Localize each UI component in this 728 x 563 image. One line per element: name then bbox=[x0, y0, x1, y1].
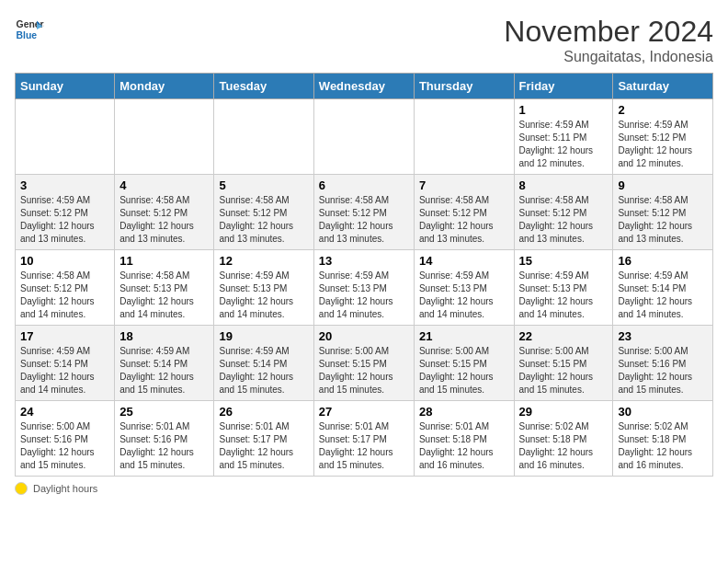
day-info: Sunrise: 5:00 AMSunset: 5:15 PMDaylight:… bbox=[319, 345, 409, 396]
day-number: 6 bbox=[319, 178, 409, 192]
title-block: November 2024 Sungaitatas, Indonesia bbox=[504, 15, 713, 65]
calendar-cell: 5Sunrise: 4:58 AMSunset: 5:12 PMDaylight… bbox=[214, 175, 313, 250]
day-info: Sunrise: 4:59 AMSunset: 5:11 PMDaylight:… bbox=[519, 119, 609, 170]
calendar-cell: 18Sunrise: 4:59 AMSunset: 5:14 PMDayligh… bbox=[115, 326, 214, 401]
day-number: 11 bbox=[119, 254, 209, 268]
day-number: 4 bbox=[119, 178, 209, 192]
day-info: Sunrise: 4:59 AMSunset: 5:14 PMDaylight:… bbox=[119, 345, 209, 396]
day-number: 8 bbox=[519, 178, 609, 192]
day-number: 14 bbox=[419, 254, 509, 268]
day-info: Sunrise: 4:59 AMSunset: 5:13 PMDaylight:… bbox=[419, 270, 509, 321]
calendar-week-row: 17Sunrise: 4:59 AMSunset: 5:14 PMDayligh… bbox=[16, 326, 713, 401]
calendar-cell: 16Sunrise: 4:59 AMSunset: 5:14 PMDayligh… bbox=[613, 250, 713, 326]
day-info: Sunrise: 4:59 AMSunset: 5:12 PMDaylight:… bbox=[20, 194, 109, 246]
calendar-cell bbox=[313, 99, 414, 175]
calendar-cell: 6Sunrise: 4:58 AMSunset: 5:12 PMDaylight… bbox=[313, 175, 414, 250]
calendar-week-row: 1Sunrise: 4:59 AMSunset: 5:11 PMDaylight… bbox=[16, 99, 713, 175]
calendar-cell: 25Sunrise: 5:01 AMSunset: 5:16 PMDayligh… bbox=[115, 401, 214, 477]
day-number: 16 bbox=[618, 254, 708, 268]
day-info: Sunrise: 4:58 AMSunset: 5:13 PMDaylight:… bbox=[119, 270, 209, 321]
calendar-cell: 14Sunrise: 4:59 AMSunset: 5:13 PMDayligh… bbox=[414, 250, 514, 326]
calendar-cell: 21Sunrise: 5:00 AMSunset: 5:15 PMDayligh… bbox=[414, 326, 514, 401]
day-info: Sunrise: 5:02 AMSunset: 5:18 PMDaylight:… bbox=[519, 420, 609, 472]
day-header-thursday: Thursday bbox=[414, 74, 514, 99]
day-number: 18 bbox=[119, 329, 209, 343]
day-number: 3 bbox=[20, 178, 109, 192]
logo: General Blue bbox=[15, 15, 44, 44]
calendar-cell: 29Sunrise: 5:02 AMSunset: 5:18 PMDayligh… bbox=[514, 401, 613, 477]
day-header-monday: Monday bbox=[115, 74, 214, 99]
day-info: Sunrise: 5:00 AMSunset: 5:15 PMDaylight:… bbox=[419, 345, 509, 396]
day-info: Sunrise: 4:59 AMSunset: 5:14 PMDaylight:… bbox=[618, 270, 708, 321]
calendar-cell: 30Sunrise: 5:02 AMSunset: 5:18 PMDayligh… bbox=[613, 401, 713, 477]
daylight-legend: Daylight hours bbox=[15, 482, 97, 495]
calendar-cell: 12Sunrise: 4:59 AMSunset: 5:13 PMDayligh… bbox=[214, 250, 313, 326]
day-info: Sunrise: 5:01 AMSunset: 5:17 PMDaylight:… bbox=[219, 420, 308, 472]
calendar-cell: 9Sunrise: 4:58 AMSunset: 5:12 PMDaylight… bbox=[613, 175, 713, 250]
day-info: Sunrise: 4:58 AMSunset: 5:12 PMDaylight:… bbox=[419, 194, 509, 246]
calendar-cell bbox=[16, 99, 115, 175]
calendar-week-row: 24Sunrise: 5:00 AMSunset: 5:16 PMDayligh… bbox=[16, 401, 713, 477]
day-header-wednesday: Wednesday bbox=[313, 74, 414, 99]
calendar-cell: 8Sunrise: 4:58 AMSunset: 5:12 PMDaylight… bbox=[514, 175, 613, 250]
day-number: 29 bbox=[519, 405, 609, 419]
calendar-cell: 20Sunrise: 5:00 AMSunset: 5:15 PMDayligh… bbox=[313, 326, 414, 401]
day-number: 19 bbox=[219, 329, 308, 343]
day-number: 1 bbox=[519, 103, 609, 117]
calendar-week-row: 10Sunrise: 4:58 AMSunset: 5:12 PMDayligh… bbox=[16, 250, 713, 326]
calendar-cell: 27Sunrise: 5:01 AMSunset: 5:17 PMDayligh… bbox=[313, 401, 414, 477]
day-info: Sunrise: 5:00 AMSunset: 5:16 PMDaylight:… bbox=[618, 345, 708, 396]
day-info: Sunrise: 4:58 AMSunset: 5:12 PMDaylight:… bbox=[20, 270, 109, 321]
day-info: Sunrise: 5:01 AMSunset: 5:18 PMDaylight:… bbox=[419, 420, 509, 472]
day-number: 20 bbox=[319, 329, 409, 343]
day-number: 7 bbox=[419, 178, 509, 192]
calendar-cell: 2Sunrise: 4:59 AMSunset: 5:12 PMDaylight… bbox=[613, 99, 713, 175]
calendar-cell: 3Sunrise: 4:59 AMSunset: 5:12 PMDaylight… bbox=[16, 175, 115, 250]
day-number: 9 bbox=[618, 178, 708, 192]
day-number: 30 bbox=[618, 405, 708, 419]
day-info: Sunrise: 4:59 AMSunset: 5:14 PMDaylight:… bbox=[20, 345, 109, 396]
location-subtitle: Sungaitatas, Indonesia bbox=[504, 49, 713, 65]
month-title: November 2024 bbox=[504, 15, 713, 49]
calendar-cell: 17Sunrise: 4:59 AMSunset: 5:14 PMDayligh… bbox=[16, 326, 115, 401]
day-number: 21 bbox=[419, 329, 509, 343]
day-header-friday: Friday bbox=[514, 74, 613, 99]
day-number: 25 bbox=[119, 405, 209, 419]
day-number: 26 bbox=[219, 405, 308, 419]
day-info: Sunrise: 4:58 AMSunset: 5:12 PMDaylight:… bbox=[519, 194, 609, 246]
day-number: 28 bbox=[419, 405, 509, 419]
calendar-cell: 7Sunrise: 4:58 AMSunset: 5:12 PMDaylight… bbox=[414, 175, 514, 250]
day-info: Sunrise: 5:02 AMSunset: 5:18 PMDaylight:… bbox=[618, 420, 708, 472]
calendar-cell: 1Sunrise: 4:59 AMSunset: 5:11 PMDaylight… bbox=[514, 99, 613, 175]
day-number: 27 bbox=[319, 405, 409, 419]
day-header-sunday: Sunday bbox=[16, 74, 115, 99]
day-number: 22 bbox=[519, 329, 609, 343]
calendar-week-row: 3Sunrise: 4:59 AMSunset: 5:12 PMDaylight… bbox=[16, 175, 713, 250]
calendar-cell: 15Sunrise: 4:59 AMSunset: 5:13 PMDayligh… bbox=[514, 250, 613, 326]
daylight-label: Daylight hours bbox=[33, 483, 97, 494]
calendar-cell: 26Sunrise: 5:01 AMSunset: 5:17 PMDayligh… bbox=[214, 401, 313, 477]
calendar-cell: 10Sunrise: 4:58 AMSunset: 5:12 PMDayligh… bbox=[16, 250, 115, 326]
day-info: Sunrise: 4:59 AMSunset: 5:12 PMDaylight:… bbox=[618, 119, 708, 170]
svg-text:Blue: Blue bbox=[17, 30, 38, 40]
day-number: 10 bbox=[20, 254, 109, 268]
calendar-cell bbox=[214, 99, 313, 175]
calendar-cell bbox=[414, 99, 514, 175]
day-info: Sunrise: 5:00 AMSunset: 5:15 PMDaylight:… bbox=[519, 345, 609, 396]
calendar-cell: 22Sunrise: 5:00 AMSunset: 5:15 PMDayligh… bbox=[514, 326, 613, 401]
day-number: 13 bbox=[319, 254, 409, 268]
day-number: 2 bbox=[618, 103, 708, 117]
calendar-footer: Daylight hours bbox=[15, 482, 713, 495]
page-header: General Blue November 2024 Sungaitatas, … bbox=[15, 15, 713, 65]
day-number: 23 bbox=[618, 329, 708, 343]
calendar-cell: 4Sunrise: 4:58 AMSunset: 5:12 PMDaylight… bbox=[115, 175, 214, 250]
day-header-tuesday: Tuesday bbox=[214, 74, 313, 99]
day-info: Sunrise: 4:59 AMSunset: 5:13 PMDaylight:… bbox=[219, 270, 308, 321]
calendar-cell: 13Sunrise: 4:59 AMSunset: 5:13 PMDayligh… bbox=[313, 250, 414, 326]
day-number: 5 bbox=[219, 178, 308, 192]
day-info: Sunrise: 4:59 AMSunset: 5:13 PMDaylight:… bbox=[319, 270, 409, 321]
day-info: Sunrise: 4:59 AMSunset: 5:14 PMDaylight:… bbox=[219, 345, 308, 396]
logo-icon: General Blue bbox=[15, 15, 44, 44]
day-info: Sunrise: 4:58 AMSunset: 5:12 PMDaylight:… bbox=[618, 194, 708, 246]
day-info: Sunrise: 4:58 AMSunset: 5:12 PMDaylight:… bbox=[219, 194, 308, 246]
